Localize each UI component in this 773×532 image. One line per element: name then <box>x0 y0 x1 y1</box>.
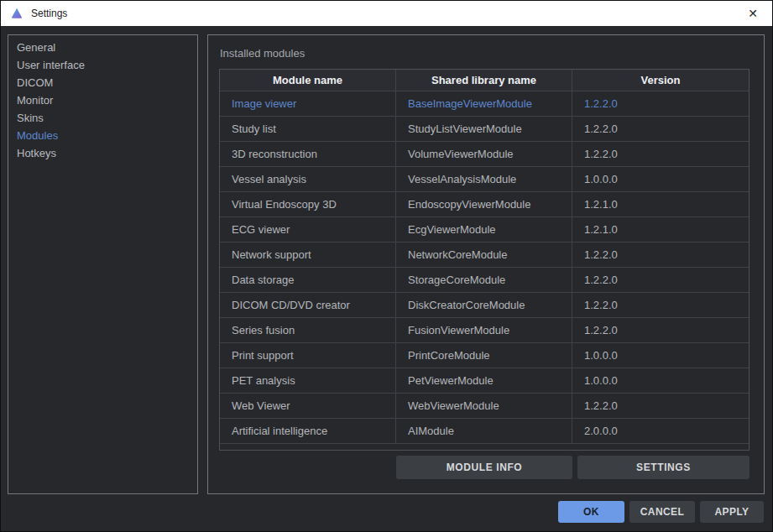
module-info-button[interactable]: MODULE INFO <box>396 456 572 479</box>
window-title: Settings <box>31 8 67 19</box>
modules-table: Module name Shared library name Version … <box>219 69 749 451</box>
cell-module-name: Web Viewer <box>220 394 396 418</box>
cell-shared-library-name: EndoscopyViewerModule <box>396 192 572 216</box>
table-body: Image viewer BaseImageViewerModule 1.2.2… <box>220 91 749 444</box>
cell-module-name: Virtual Endoscopy 3D <box>220 192 396 216</box>
cell-version: 1.2.2.0 <box>572 318 749 342</box>
cell-shared-library-name: WebViewerModule <box>396 394 572 418</box>
table-bottom-strip <box>220 444 749 450</box>
cell-shared-library-name: PrintCoreModule <box>396 343 572 368</box>
cell-shared-library-name: PetViewerModule <box>396 368 572 393</box>
cell-module-name: Data storage <box>220 268 396 292</box>
cell-version: 1.0.0.0 <box>572 343 749 368</box>
table-row[interactable]: Vessel analysis VesselAnalysisModule 1.0… <box>220 167 749 192</box>
apply-button[interactable]: APPLY <box>700 501 764 523</box>
close-icon: ✕ <box>748 8 758 19</box>
sidebar: GeneralUser interfaceDICOMMonitorSkinsMo… <box>8 34 198 494</box>
cell-module-name: Artificial intelligence <box>220 419 396 443</box>
sidebar-item-skins[interactable]: Skins <box>8 109 197 127</box>
table-row[interactable]: ECG viewer EcgViewerModule 1.2.1.0 <box>220 217 749 243</box>
cell-shared-library-name: VesselAnalysisModule <box>396 167 572 191</box>
cell-version: 2.0.0.0 <box>572 419 749 443</box>
sidebar-item-modules[interactable]: Modules <box>8 127 197 144</box>
cell-version: 1.2.2.0 <box>572 142 749 166</box>
cancel-button[interactable]: CANCEL <box>629 501 695 523</box>
table-row[interactable]: Network support NetworkCoreModule 1.2.2.… <box>220 243 749 268</box>
table-row[interactable]: DICOM CD/DVD creator DiskCreatorCoreModu… <box>220 293 749 318</box>
cell-module-name: ECG viewer <box>220 217 396 242</box>
table-row[interactable]: Data storage StorageCoreModule 1.2.2.0 <box>220 268 749 293</box>
cell-version: 1.2.2.0 <box>572 293 749 317</box>
close-button[interactable]: ✕ <box>734 1 772 26</box>
table-row[interactable]: Study list StudyListViewerModule 1.2.2.0 <box>220 117 749 142</box>
cell-version: 1.0.0.0 <box>572 167 749 191</box>
table-row[interactable]: Image viewer BaseImageViewerModule 1.2.2… <box>220 91 749 117</box>
table-row[interactable]: Print support PrintCoreModule 1.0.0.0 <box>220 343 749 368</box>
cell-shared-library-name: DiskCreatorCoreModule <box>396 293 572 317</box>
titlebar: Settings ✕ <box>1 1 772 26</box>
sidebar-item-monitor[interactable]: Monitor <box>8 91 197 109</box>
ok-button[interactable]: OK <box>558 501 624 523</box>
app-logo-icon <box>10 7 24 20</box>
cell-shared-library-name: AIModule <box>396 419 572 443</box>
cell-shared-library-name: StudyListViewerModule <box>396 117 572 141</box>
modules-panel: Installed modules Module name Shared lib… <box>207 34 765 494</box>
cell-module-name: Study list <box>220 117 396 141</box>
table-row[interactable]: PET analysis PetViewerModule 1.0.0.0 <box>220 368 749 394</box>
section-label: Installed modules <box>220 47 305 60</box>
cell-shared-library-name: BaseImageViewerModule <box>396 91 572 116</box>
cell-version: 1.2.1.0 <box>572 217 749 242</box>
cell-shared-library-name: FusionViewerModule <box>396 318 572 342</box>
cell-module-name: Series fusion <box>220 318 396 342</box>
table-row[interactable]: Web Viewer WebViewerModule 1.2.2.0 <box>220 394 749 419</box>
table-header-row: Module name Shared library name Version <box>220 70 749 91</box>
cell-module-name: PET analysis <box>220 368 396 393</box>
sidebar-item-user-interface[interactable]: User interface <box>8 56 197 74</box>
cell-version: 1.2.2.0 <box>572 394 749 418</box>
settings-button[interactable]: SETTINGS <box>577 456 749 479</box>
cell-shared-library-name: VolumeViewerModule <box>396 142 572 166</box>
cell-module-name: Print support <box>220 343 396 368</box>
cell-version: 1.2.2.0 <box>572 117 749 141</box>
cell-module-name: 3D reconstruction <box>220 142 396 166</box>
cell-version: 1.2.2.0 <box>572 91 749 116</box>
cell-shared-library-name: NetworkCoreModule <box>396 243 572 267</box>
cell-version: 1.2.2.0 <box>572 268 749 292</box>
cell-module-name: DICOM CD/DVD creator <box>220 293 396 317</box>
column-header-shared-library-name: Shared library name <box>396 70 572 91</box>
column-header-version: Version <box>572 70 749 91</box>
column-header-module-name: Module name <box>220 70 396 91</box>
sidebar-item-hotkeys[interactable]: Hotkeys <box>8 144 197 162</box>
cell-module-name: Vessel analysis <box>220 167 396 191</box>
sidebar-item-general[interactable]: General <box>8 39 197 56</box>
table-row[interactable]: Series fusion FusionViewerModule 1.2.2.0 <box>220 318 749 343</box>
cell-shared-library-name: StorageCoreModule <box>396 268 572 292</box>
sidebar-item-dicom[interactable]: DICOM <box>8 74 197 91</box>
cell-version: 1.0.0.0 <box>572 368 749 393</box>
cell-shared-library-name: EcgViewerModule <box>396 217 572 242</box>
cell-module-name: Network support <box>220 243 396 267</box>
cell-version: 1.2.1.0 <box>572 192 749 216</box>
cell-version: 1.2.2.0 <box>572 243 749 267</box>
table-row[interactable]: Artificial intelligence AIModule 2.0.0.0 <box>220 419 749 444</box>
settings-window: Settings ✕ GeneralUser interfaceDICOMMon… <box>0 0 773 532</box>
table-row[interactable]: 3D reconstruction VolumeViewerModule 1.2… <box>220 142 749 167</box>
table-row[interactable]: Virtual Endoscopy 3D EndoscopyViewerModu… <box>220 192 749 217</box>
cell-module-name: Image viewer <box>220 91 396 116</box>
